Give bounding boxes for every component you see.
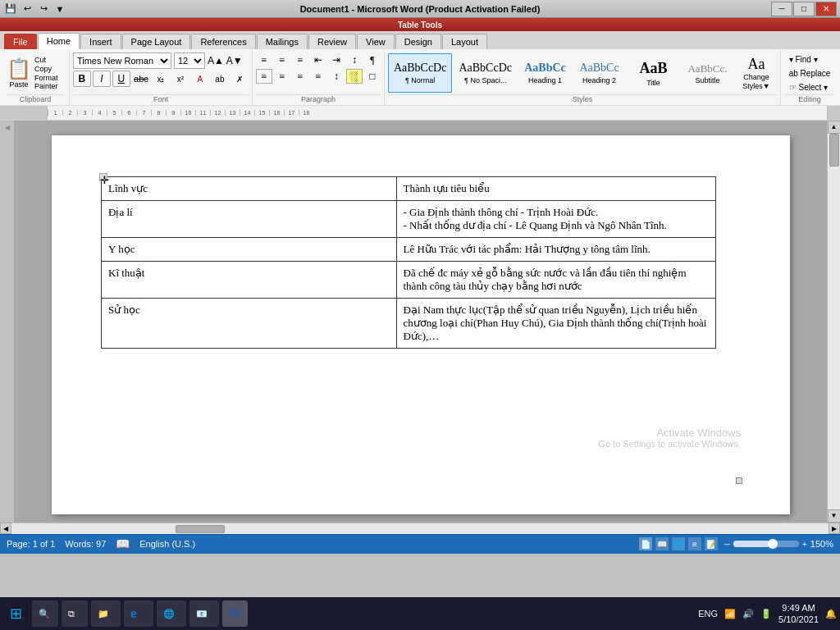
multilevel-btn[interactable]: ≡ xyxy=(292,52,308,67)
decrease-indent-btn[interactable]: ⇤ xyxy=(310,52,326,67)
draft-btn[interactable]: 📝 xyxy=(705,537,718,550)
select-button[interactable]: ☞ Select ▾ xyxy=(785,81,835,94)
style-title[interactable]: AaB Title xyxy=(627,53,680,93)
font-size-select[interactable]: 12 10 14 16 xyxy=(174,52,205,69)
page-indicator: Page: 1 of 1 xyxy=(7,539,55,549)
font-grow-btn[interactable]: A▲ xyxy=(208,55,224,66)
explorer-btn[interactable]: 📁 xyxy=(91,600,121,627)
change-styles-btn[interactable]: Aa ChangeStyles▼ xyxy=(736,52,777,94)
clear-format-btn[interactable]: ✗ xyxy=(231,71,249,87)
style-heading2[interactable]: AaBbCc Heading 2 xyxy=(573,53,626,93)
align-justify-btn[interactable]: ≡ xyxy=(310,69,326,84)
scroll-thumb[interactable] xyxy=(829,134,839,167)
zoom-thumb[interactable] xyxy=(768,539,778,549)
scroll-down-btn[interactable]: ▼ xyxy=(828,509,841,523)
numbering-btn[interactable]: ≡ xyxy=(274,52,290,67)
zoom-out-btn[interactable]: ─ xyxy=(724,540,730,549)
page-wrapper[interactable]: ✛ Lĩnh vực Thành tựu tiêu biểu Địa lí - … xyxy=(15,121,827,523)
tab-view[interactable]: View xyxy=(357,34,395,49)
cell-achievement-2[interactable]: Đã chế đc máy xẻ gỗ bằng sức nước và lần… xyxy=(396,261,716,298)
cell-linh-vuc-2[interactable]: Kĩ thuật xyxy=(102,261,397,298)
cell-linh-vuc-1[interactable]: Y học xyxy=(102,237,397,261)
chrome-btn[interactable]: 🌐 xyxy=(157,600,186,627)
format-painter-button[interactable]: Format Painter xyxy=(34,74,64,90)
underline-button[interactable]: U xyxy=(112,71,130,87)
scroll-right-btn[interactable]: ▶ xyxy=(829,523,840,534)
word-taskbar-btn[interactable]: W xyxy=(222,600,248,627)
bold-button[interactable]: B xyxy=(73,71,91,87)
tab-insert[interactable]: Insert xyxy=(80,34,121,49)
replace-button[interactable]: ab Replace xyxy=(785,67,835,80)
tab-page-layout[interactable]: Page Layout xyxy=(122,34,191,49)
align-left-btn[interactable]: ≡ xyxy=(256,69,272,84)
undo-qat-btn[interactable]: ↩ xyxy=(20,2,34,16)
paste-button[interactable]: 📋 Paste xyxy=(7,57,31,89)
print-layout-btn[interactable]: 📄 xyxy=(639,537,652,550)
style-subtitle[interactable]: AaBbCc. Subtitle xyxy=(681,53,734,93)
table-resize-handle[interactable] xyxy=(736,477,742,484)
style-normal[interactable]: AaBbCcDc ¶ Normal xyxy=(388,53,453,93)
outline-btn[interactable]: ≡ xyxy=(688,537,701,550)
zoom-slider[interactable] xyxy=(733,541,799,547)
font-family-select[interactable]: Times New Roman Arial Calibri xyxy=(73,52,171,69)
cell-linh-vuc-3[interactable]: Sử học xyxy=(102,298,397,348)
superscript-button[interactable]: x² xyxy=(171,71,189,87)
status-right: 📄 📖 🌐 ≡ 📝 ─ + 150% xyxy=(639,537,833,550)
find-button[interactable]: ▾ Find ▾ xyxy=(785,53,835,66)
tab-references[interactable]: References xyxy=(191,34,255,49)
cell-achievement-1[interactable]: Lê Hữu Trác với tác phẩm: Hải Thượng y t… xyxy=(396,237,716,261)
tab-design[interactable]: Design xyxy=(395,34,441,49)
cell-linh-vuc-0[interactable]: Địa lí xyxy=(102,200,397,237)
scroll-thumb-h[interactable] xyxy=(176,525,225,533)
qat-more[interactable]: ▼ xyxy=(52,2,67,16)
table-move-handle[interactable]: ✛ xyxy=(99,173,107,181)
edge-btn[interactable]: e xyxy=(124,600,153,627)
start-button[interactable]: ⊞ xyxy=(3,600,29,627)
task-view-btn[interactable]: ⧉ xyxy=(62,600,88,627)
minimize-btn[interactable]: ─ xyxy=(771,2,792,16)
tab-layout[interactable]: Layout xyxy=(442,34,487,49)
scroll-up-btn[interactable]: ▲ xyxy=(828,121,841,134)
mail-btn[interactable]: 📧 xyxy=(189,600,219,627)
vertical-scrollbar[interactable]: ▲ ▼ xyxy=(827,121,840,523)
spell-check[interactable]: 📖 xyxy=(116,537,130,550)
font-shrink-btn[interactable]: A▼ xyxy=(226,55,243,66)
cell-achievement-0[interactable]: - Gia Định thành thông chí - Trịnh Hoài … xyxy=(396,200,716,237)
copy-button[interactable]: Copy xyxy=(34,65,64,73)
zoom-in-btn[interactable]: + xyxy=(802,540,807,549)
tab-mailings[interactable]: Mailings xyxy=(257,34,308,49)
full-reading-btn[interactable]: 📖 xyxy=(655,537,669,550)
strikethrough-button[interactable]: abc xyxy=(132,71,150,87)
scroll-track-h[interactable] xyxy=(11,523,829,534)
subscript-button[interactable]: x₂ xyxy=(152,71,170,87)
font-color-btn[interactable]: A xyxy=(191,71,209,87)
clock[interactable]: 9:49 AM 5/10/2021 xyxy=(778,602,819,626)
sort-btn[interactable]: ↕ xyxy=(346,52,363,67)
tab-file[interactable]: File xyxy=(4,34,37,49)
maximize-btn[interactable]: □ xyxy=(793,2,815,16)
line-spacing-btn[interactable]: ↕ xyxy=(328,69,345,84)
search-taskbar[interactable]: 🔍 xyxy=(32,600,58,627)
close-btn[interactable]: ✕ xyxy=(815,2,837,16)
style-no-spacing[interactable]: AaBbCcDc ¶ No Spaci... xyxy=(453,53,518,93)
border-btn[interactable]: □ xyxy=(364,69,381,84)
align-right-btn[interactable]: ≡ xyxy=(292,69,308,84)
increase-indent-btn[interactable]: ⇥ xyxy=(328,52,345,67)
cut-button[interactable]: Cut xyxy=(34,56,64,64)
scroll-left-btn[interactable]: ◀ xyxy=(0,523,11,534)
shading-btn[interactable]: ░ xyxy=(346,69,363,84)
italic-button[interactable]: I xyxy=(93,71,111,87)
bullets-btn[interactable]: ≡ xyxy=(256,52,272,67)
show-marks-btn[interactable]: ¶ xyxy=(364,52,381,67)
language-indicator[interactable]: English (U.S.) xyxy=(139,539,195,549)
highlight-btn[interactable]: ab xyxy=(211,71,229,87)
scroll-track[interactable] xyxy=(828,134,840,509)
cell-achievement-3[interactable]: Đại Nam thực lục(Tập thể sử quan triều N… xyxy=(396,298,716,348)
redo-qat-btn[interactable]: ↪ xyxy=(36,2,51,16)
web-layout-btn[interactable]: 🌐 xyxy=(672,537,685,550)
save-qat-btn[interactable]: 💾 xyxy=(3,2,18,16)
align-center-btn[interactable]: ≡ xyxy=(274,69,290,84)
style-heading1[interactable]: AaBbCc Heading 1 xyxy=(518,53,572,93)
tab-review[interactable]: Review xyxy=(308,34,356,49)
tab-home[interactable]: Home xyxy=(38,33,80,49)
